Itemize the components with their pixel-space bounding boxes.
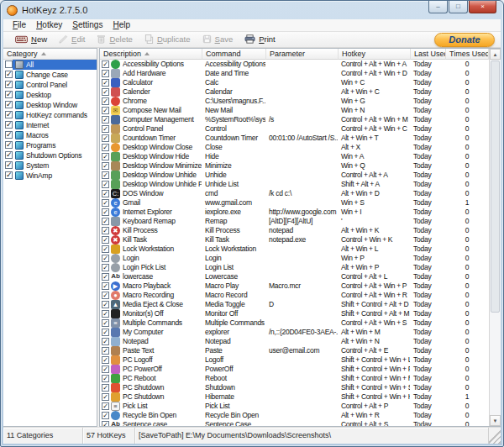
row-checkbox[interactable]: ✓ [102, 97, 109, 105]
row-checkbox[interactable]: ✓ [102, 356, 109, 364]
row-checkbox[interactable]: ✓ [102, 393, 109, 401]
row-checkbox[interactable]: ✓ [102, 88, 109, 96]
resize-grip[interactable] [489, 428, 501, 444]
category-item[interactable]: ✓ Shutdown Options [3, 150, 97, 160]
table-row[interactable]: ✓ e Gmail www.gmail.com Win + S Today 1 [100, 198, 489, 208]
row-checkbox[interactable]: ✓ [102, 384, 109, 392]
table-row[interactable]: ✓ ✖ Kill Task Kill Task notepad.exe Cont… [100, 235, 489, 245]
category-item[interactable]: ✓ System [3, 160, 97, 171]
row-checkbox[interactable]: ✓ [102, 144, 109, 151]
row-checkbox[interactable]: ✓ [102, 70, 109, 77]
table-row[interactable]: ✓ Computer Management %SystemRoot%\syst.… [100, 115, 489, 124]
table-row[interactable]: ✓ ▲ Media Eject & Close Media Toggle D S… [100, 300, 489, 309]
row-checkbox[interactable]: ✓ [102, 134, 109, 142]
table-row[interactable]: ✓ Control Panel Control Control + Alt + … [100, 124, 489, 134]
table-row[interactable]: ✓ Recycle Bin Open Recycle Bin Open Alt … [100, 411, 489, 420]
table-row[interactable]: ✓ Countdown Timer Countdown Timer 00:01:… [100, 134, 489, 143]
table-row[interactable]: ✓ ✉ Compose New Mail New Mail Win + N To… [100, 106, 489, 115]
category-item[interactable]: ✓ HotKeyz commands [3, 110, 97, 120]
table-row[interactable]: ✓ Keyboard Remap Remap [AltD][F4][AltU] … [100, 217, 489, 226]
column-parameter[interactable]: Parameter [266, 49, 339, 60]
row-checkbox[interactable]: ✓ [102, 310, 109, 318]
category-checkbox[interactable]: ✓ [5, 151, 13, 159]
table-row[interactable]: ✓ ● Macro Recording Macro Record Control… [100, 291, 489, 300]
table-row[interactable]: ✓ ✖ Kill Process Kill Process notepad Al… [100, 226, 489, 235]
category-item[interactable]: ✓ Macros [3, 130, 97, 140]
row-checkbox[interactable]: ✓ [102, 162, 109, 170]
edit-button[interactable]: Edit [59, 34, 85, 44]
category-item[interactable]: All [3, 60, 97, 70]
row-checkbox[interactable]: ✓ [102, 402, 109, 410]
row-checkbox[interactable]: ✓ [102, 181, 109, 188]
column-times-used[interactable]: Times Used [446, 49, 489, 60]
vertical-scrollbar[interactable]: ▲ ▼ [489, 49, 501, 426]
minimize-button[interactable]: – [428, 1, 448, 13]
column-last-used[interactable]: Last Used [411, 49, 446, 60]
scroll-up-icon[interactable]: ▲ [490, 49, 501, 60]
row-checkbox[interactable]: ✓ [102, 236, 109, 244]
category-checkbox[interactable]: ✓ [5, 171, 13, 179]
category-checkbox[interactable]: ✓ [5, 91, 13, 98]
column-hotkey[interactable]: Hotkey [339, 49, 411, 60]
row-checkbox[interactable]: ✓ [102, 347, 109, 355]
table-row[interactable]: ✓ e Internet Explorer iexplore.exe http:… [100, 208, 489, 217]
print-button[interactable]: Print [244, 34, 276, 44]
category-header[interactable]: Category [3, 49, 97, 60]
category-checkbox[interactable]: ✓ [5, 161, 13, 169]
column-command[interactable]: Command [202, 49, 266, 60]
new-button[interactable]: New [15, 34, 47, 44]
delete-button[interactable]: Delete [97, 34, 132, 44]
table-row[interactable]: ✓ Desktop Window Unhide Pick List Unhide… [100, 180, 489, 189]
table-row[interactable]: ✓ Accessibility Options Accessibility Op… [100, 60, 489, 69]
category-checkbox[interactable]: ✓ [5, 131, 13, 139]
category-checkbox[interactable]: ✓ [5, 121, 13, 129]
table-row[interactable]: ✓ Login Login Win + P Today 0 [100, 254, 489, 263]
table-row[interactable]: ✓ Desktop Window Minimize Minimize Win +… [100, 161, 489, 171]
category-item[interactable]: ✓ Programs [3, 140, 97, 150]
table-row[interactable]: ✓ My Computer explorer /n,::{20D04FE0-3A… [100, 328, 489, 337]
row-checkbox[interactable]: ✓ [102, 282, 109, 290]
table-row[interactable]: ✓ Calender Calendar Alt + Win + C Today … [100, 87, 489, 97]
close-button[interactable]: × [469, 1, 496, 13]
table-row[interactable]: ✓ Lock Workstation Lock Workstation Alt … [100, 245, 489, 254]
column-description[interactable]: Description [100, 49, 202, 60]
category-item[interactable]: ✓ Internet [3, 120, 97, 130]
row-checkbox[interactable]: ✓ [102, 292, 109, 299]
duplicate-button[interactable]: Duplicate [144, 34, 191, 44]
table-row[interactable]: ✓ ≡ Multiple Commands Multiple Commands … [100, 318, 489, 328]
save-button[interactable]: Save [202, 34, 234, 44]
category-checkbox[interactable] [5, 60, 13, 68]
row-checkbox[interactable]: ✓ [102, 107, 109, 114]
title-bar[interactable]: HotKeyz 2.7.5.0 – □ × [1, 1, 503, 19]
table-row[interactable]: ✓ Calculator Calc Win + C Today 0 [100, 78, 489, 87]
table-row[interactable]: ✓ Notepad Notepad Alt + Win + N Today 0 [100, 337, 489, 346]
row-checkbox[interactable]: ✓ [102, 125, 109, 133]
table-row[interactable]: ✓ ≡ Pick List Pick List Control + Alt + … [100, 402, 489, 411]
table-row[interactable]: ✓ Desktop Window Close Close Alt + X Tod… [100, 143, 489, 152]
row-checkbox[interactable]: ✓ [102, 116, 109, 124]
table-row[interactable]: ✓ PC Logoff Logoff Shift + Control + Win… [100, 355, 489, 365]
row-checkbox[interactable]: ✓ [102, 208, 109, 216]
table-row[interactable]: ✓ PC PowerOff PowerOff Shift + Control +… [100, 365, 489, 374]
category-checkbox[interactable]: ✓ [5, 111, 13, 118]
table-row[interactable]: ✓ C: DOS Window cmd /k cd c:\ Alt + Win … [100, 189, 489, 198]
row-checkbox[interactable]: ✓ [102, 338, 109, 345]
row-checkbox[interactable]: ✓ [102, 421, 109, 427]
category-item[interactable]: ✓ WinAmp [3, 171, 97, 181]
scroll-down-icon[interactable]: ▼ [490, 415, 501, 426]
table-row[interactable]: ✓ Chrome C:\Users\magnus.F... Win + G To… [100, 97, 489, 106]
category-checkbox[interactable]: ✓ [5, 141, 13, 149]
row-checkbox[interactable]: ✓ [102, 218, 109, 225]
row-checkbox[interactable]: ✓ [102, 153, 109, 160]
table-row[interactable]: ✓ PC Shutdown Hibernate Shift + Control … [100, 392, 489, 402]
row-checkbox[interactable]: ✓ [102, 412, 109, 419]
table-row[interactable]: ✓ Monitor(s) Off Monitor Off Shift + Con… [100, 309, 489, 318]
row-checkbox[interactable]: ✓ [102, 264, 109, 271]
category-item[interactable]: ✓ Desktop Window [3, 100, 97, 110]
menu-hotkey[interactable]: Hotkey [31, 20, 67, 29]
category-checkbox[interactable]: ✓ [5, 101, 13, 108]
table-row[interactable]: ✓ Ab Sentence case Sentence Case Control… [100, 420, 489, 427]
table-row[interactable]: ✓ Paste Text Paste user@email.com Contro… [100, 346, 489, 355]
table-row[interactable]: ✓ Ab lowercase Lowercase Control + Alt +… [100, 272, 489, 281]
table-row[interactable]: ✓ ▶ Macro Playback Macro Play Macro.mcr … [100, 281, 489, 291]
